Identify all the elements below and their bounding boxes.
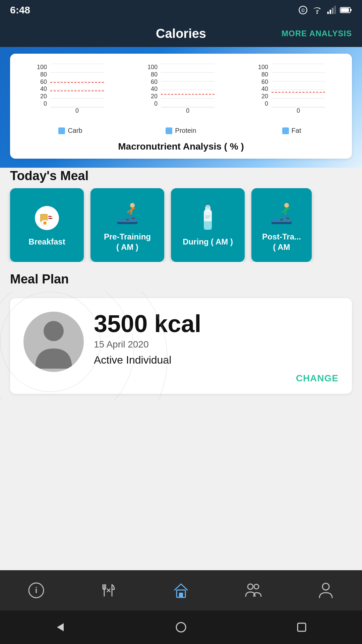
nav-item-home[interactable]: [171, 580, 191, 600]
fat-legend-dot: [282, 127, 289, 134]
carb-chart-area: 100 80 60 40 20 0: [37, 64, 104, 117]
app-header: Calories MORE ANALYSIS: [0, 20, 362, 47]
during-icon: [193, 203, 223, 233]
svg-rect-57: [298, 623, 306, 631]
more-analysis-link[interactable]: MORE ANALYSIS: [282, 29, 352, 38]
svg-rect-6: [334, 6, 336, 14]
fat-x-label: 0: [297, 107, 300, 114]
svg-rect-30: [205, 217, 209, 218]
svg-point-40: [286, 217, 289, 219]
bottom-nav: i: [0, 570, 362, 610]
carb-legend-dot: [58, 127, 65, 134]
protein-legend: Protein: [166, 127, 196, 135]
svg-point-14: [43, 221, 47, 225]
signal-icon: [326, 5, 336, 15]
breakfast-svg: [34, 205, 60, 231]
fat-chart-box: 0: [272, 64, 325, 107]
carb-chart-box: 0: [50, 64, 104, 107]
post-training-svg: [268, 199, 295, 227]
charts-row: 100 80 60 40 20 0: [17, 64, 345, 135]
meal-cards-row: Breakfast: [0, 188, 362, 262]
during-svg: [198, 203, 218, 233]
android-recent-btn[interactable]: [292, 617, 312, 637]
svg-rect-5: [332, 8, 334, 14]
carb-legend: Carb: [58, 127, 82, 135]
during-label: During ( AM ): [183, 236, 233, 247]
fat-chart: 100 80 60 40 20 0 0: [238, 64, 345, 135]
nav-item-nutrition[interactable]: [99, 580, 119, 600]
svg-rect-27: [206, 205, 210, 208]
nav-item-community[interactable]: [243, 580, 263, 600]
android-back-btn[interactable]: [50, 617, 70, 637]
breakfast-card[interactable]: Breakfast: [10, 188, 84, 262]
status-icons: ©: [298, 5, 352, 15]
macro-chart-card: 100 80 60 40 20 0: [10, 54, 352, 159]
pre-training-svg: [114, 199, 141, 227]
svg-rect-9: [350, 9, 352, 11]
post-training-card[interactable]: Post-Tra...( AM: [251, 188, 312, 262]
svg-text:i: i: [35, 586, 38, 595]
status-bar: 6:48 ©: [0, 0, 362, 20]
user-icon: [316, 580, 336, 600]
post-training-label: Post-Tra...( AM: [262, 231, 301, 252]
svg-line-21: [128, 215, 131, 219]
breakfast-label: Breakfast: [28, 236, 65, 247]
android-home-btn[interactable]: [171, 617, 191, 637]
svg-text:©: ©: [301, 8, 305, 13]
svg-point-24: [132, 217, 135, 219]
protein-legend-label: Protein: [175, 127, 196, 135]
protein-x-label: 0: [186, 107, 189, 114]
users-icon: [243, 580, 263, 600]
android-nav-bar: [0, 610, 362, 644]
carb-chart: 100 80 60 40 20 0: [17, 64, 124, 135]
nav-item-profile[interactable]: [316, 580, 336, 600]
todays-meal-label: Today's Meal: [10, 169, 352, 183]
carb-legend-label: Carb: [68, 127, 82, 135]
svg-rect-28: [204, 221, 212, 230]
svg-point-2: [316, 12, 318, 14]
utensils-icon: [99, 580, 119, 600]
avatar-silhouette: [32, 315, 75, 369]
protein-legend-dot: [166, 127, 172, 134]
svg-point-54: [322, 583, 329, 590]
pre-training-card[interactable]: Pre-Training( AM ): [90, 188, 164, 262]
carb-x-label: 0: [75, 107, 79, 114]
pre-training-icon: [112, 198, 142, 228]
breakfast-icon: [32, 203, 62, 233]
info-icon: i: [26, 580, 46, 600]
chart-title: Macronutrient Analysis ( % ): [17, 141, 345, 152]
fat-legend-label: Fat: [292, 127, 301, 135]
fat-chart-area: 100 80 60 40 20 0 0: [258, 64, 325, 117]
pre-training-label: Pre-Training( AM ): [104, 231, 151, 252]
meal-plan-label: Meal Plan: [10, 272, 352, 286]
svg-rect-8: [341, 8, 349, 12]
status-time: 6:48: [10, 4, 30, 16]
plan-date: 15 April 2020: [94, 339, 339, 350]
plan-calories: 3500 kcal: [94, 312, 339, 336]
svg-marker-55: [57, 623, 64, 631]
change-button[interactable]: CHANGE: [94, 373, 339, 384]
svg-point-33: [284, 203, 289, 208]
fat-legend: Fat: [282, 127, 301, 135]
svg-rect-4: [329, 10, 331, 14]
svg-point-41: [44, 321, 64, 341]
notification-icon: ©: [298, 5, 308, 15]
carb-y-axis: 100 80 60 40 20 0: [37, 64, 48, 107]
svg-point-17: [130, 203, 135, 208]
plan-info: 3500 kcal 15 April 2020 Active Individua…: [94, 312, 339, 384]
home-icon: [171, 580, 191, 600]
meal-plan-card: 3500 kcal 15 April 2020 Active Individua…: [10, 298, 352, 394]
protein-chart-area: 100 80 60 40 20 0 0: [147, 64, 215, 117]
meal-plan-section: 3500 kcal 15 April 2020 Active Individua…: [0, 291, 362, 400]
during-card[interactable]: During ( AM ): [171, 188, 245, 262]
protein-chart-box: 0: [161, 64, 215, 107]
nav-item-info[interactable]: i: [26, 580, 46, 600]
svg-rect-29: [205, 216, 210, 216]
svg-rect-51: [179, 593, 183, 597]
svg-rect-3: [327, 12, 329, 14]
fat-y-axis: 100 80 60 40 20 0: [258, 64, 269, 107]
post-training-icon: [266, 198, 297, 228]
battery-icon: [340, 6, 352, 14]
wifi-icon: [312, 5, 322, 15]
svg-point-52: [248, 584, 253, 589]
